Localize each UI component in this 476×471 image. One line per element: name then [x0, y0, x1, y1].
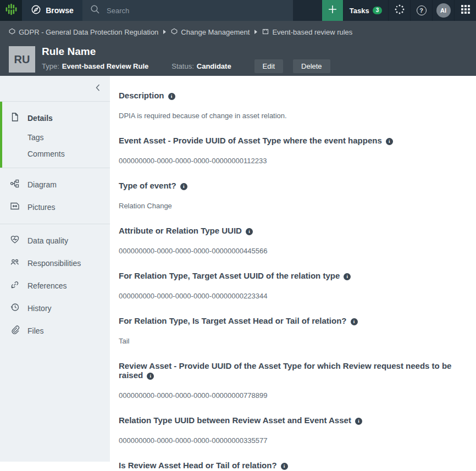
details-panel: Descriptioni DPIA is required because of…: [110, 76, 476, 471]
breadcrumb-label: Event-based review rules: [272, 28, 352, 36]
sidebar-item-data-quality[interactable]: Data quality: [0, 229, 110, 252]
create-button[interactable]: [322, 0, 343, 21]
sidebar-item-label: Data quality: [27, 236, 68, 245]
field-value: 000000000-0000-0000-0000-00000000112233: [119, 157, 467, 165]
sidebar-item-pictures[interactable]: Pictures: [0, 196, 110, 218]
info-icon[interactable]: i: [180, 183, 187, 190]
field-heading: For Relation Type, Is Target Asset Head …: [119, 316, 467, 325]
field-target-head-or-tail: For Relation Type, Is Target Asset Head …: [119, 316, 467, 345]
breadcrumb-item-domain[interactable]: Event-based review rules: [262, 28, 352, 36]
field-value: 000000000-0000-0000-0000-00000000335577: [119, 436, 467, 445]
sidebar-item-label: History: [27, 304, 52, 313]
tasks-label: Tasks: [350, 7, 369, 15]
top-bar: Browse Tasks 3 ? AI: [0, 0, 476, 21]
app-logo-button[interactable]: [0, 0, 22, 21]
pictures-icon: [10, 201, 20, 213]
files-icon: [10, 325, 20, 336]
field-value: Relation Change: [119, 202, 467, 210]
breadcrumb-item-subcommunity[interactable]: Change Management: [171, 28, 250, 36]
document-icon: [10, 112, 20, 124]
sidebar-item-details[interactable]: Details: [0, 107, 110, 129]
sidebar-item-references[interactable]: References: [0, 274, 110, 297]
tasks-button[interactable]: Tasks 3: [343, 0, 388, 21]
breadcrumb-item-community[interactable]: GDPR - General Data Protection Regulatio…: [9, 28, 158, 36]
user-menu-button[interactable]: AI: [432, 0, 454, 21]
edit-button[interactable]: Edit: [254, 59, 283, 73]
field-heading: Descriptioni: [119, 91, 467, 100]
responsibilities-icon: [10, 257, 20, 269]
field-relation-type-uuid: Relation Type UUID between Review Asset …: [119, 415, 467, 445]
plus-icon: [328, 4, 337, 16]
field-attribute-relation-uuid: Attribute or Relation Type UUIDi 0000000…: [119, 226, 467, 255]
info-icon[interactable]: i: [351, 318, 358, 325]
breadcrumb: GDPR - General Data Protection Regulatio…: [0, 21, 476, 43]
community-icon: [171, 28, 178, 36]
sidebar-item-label: Comments: [27, 149, 65, 158]
collibra-logo-icon: [4, 3, 18, 18]
sidebar-item-diagram[interactable]: Diagram: [0, 173, 110, 196]
field-event-asset-uuid: Event Asset - Provide UUID of Asset Type…: [119, 136, 467, 165]
sidebar-item-files[interactable]: Files: [0, 319, 110, 342]
community-icon: [9, 28, 15, 36]
type-label: Type:: [42, 62, 59, 70]
sidebar-group-visuals: Diagram Pictures: [0, 168, 110, 224]
info-icon[interactable]: i: [147, 373, 154, 380]
field-type-of-event: Type of event?i Relation Change: [119, 181, 467, 210]
field-value: 000000000-0000-0000-0000-00000000778899: [119, 391, 467, 400]
browse-label: Browse: [46, 6, 74, 15]
apps-menu-button[interactable]: [454, 0, 476, 21]
activities-button[interactable]: [388, 0, 410, 21]
search-input[interactable]: [107, 7, 285, 15]
compass-icon: [31, 4, 41, 16]
field-value: 000000000-0000-0000-0000-00000000223344: [119, 292, 467, 300]
info-icon[interactable]: i: [386, 138, 393, 145]
field-value: DPIA is required because of change in as…: [119, 112, 467, 120]
field-review-asset-uuid: Review Asset - Provide UUID of the Asset…: [119, 361, 467, 400]
user-avatar: AI: [436, 3, 451, 18]
breadcrumb-label: Change Management: [181, 28, 250, 36]
data-quality-icon: [10, 235, 20, 246]
info-icon[interactable]: i: [344, 273, 351, 280]
field-heading: Relation Type UUID between Review Asset …: [119, 415, 467, 425]
delete-button[interactable]: Delete: [293, 59, 330, 73]
global-search[interactable]: [82, 0, 293, 21]
tasks-count-badge: 3: [373, 7, 383, 14]
sidebar-item-label: Responsibilities: [27, 259, 81, 268]
apps-grid-icon: [461, 4, 471, 16]
help-button[interactable]: ?: [410, 0, 432, 21]
type-value: Event-based Review Rule: [62, 62, 149, 70]
info-icon[interactable]: i: [281, 463, 288, 470]
field-heading: Attribute or Relation Type UUIDi: [119, 226, 467, 235]
topbar-spacer: [293, 0, 322, 21]
sidebar-item-comments[interactable]: Comments: [0, 146, 110, 162]
info-icon[interactable]: i: [168, 93, 175, 100]
field-target-asset-uuid: For Relation Type, Target Asset UUID of …: [119, 271, 467, 300]
sidebar-item-label: Diagram: [27, 180, 57, 189]
collapse-sidebar-button[interactable]: [96, 84, 100, 93]
chevron-left-icon: [96, 84, 100, 93]
sidebar-item-label: Files: [27, 326, 44, 335]
help-icon: ?: [417, 5, 427, 15]
search-icon: [90, 4, 100, 16]
sidebar-item-label: References: [27, 281, 67, 290]
sidebar-group-related: Data quality Responsibilities: [0, 224, 110, 347]
active-tab-indicator: [0, 102, 2, 168]
field-heading: For Relation Type, Target Asset UUID of …: [119, 271, 467, 280]
field-value: 000000000-0000-0000-0000-00000000445566: [119, 247, 467, 255]
field-heading: Review Asset - Provide UUID of the Asset…: [119, 361, 467, 380]
references-icon: [10, 280, 20, 291]
sidebar-item-history[interactable]: History: [0, 297, 110, 319]
info-icon[interactable]: i: [246, 228, 253, 235]
domain-icon: [262, 28, 269, 36]
activity-spinner-icon: [394, 4, 405, 17]
browse-button[interactable]: Browse: [22, 0, 82, 21]
sidebar-item-label: Tags: [27, 133, 44, 142]
page-title: Rule Name: [42, 46, 330, 57]
info-icon[interactable]: i: [355, 418, 362, 425]
field-heading: Is Review Asset Head or Tail of relation…: [119, 461, 467, 470]
field-review-head-or-tail: Is Review Asset Head or Tail of relation…: [119, 461, 467, 471]
sidebar-item-responsibilities[interactable]: Responsibilities: [0, 252, 110, 274]
field-heading: Event Asset - Provide UUID of Asset Type…: [119, 136, 467, 145]
sidebar: Details Tags Comments Diagram: [0, 76, 110, 462]
sidebar-item-tags[interactable]: Tags: [0, 129, 110, 146]
